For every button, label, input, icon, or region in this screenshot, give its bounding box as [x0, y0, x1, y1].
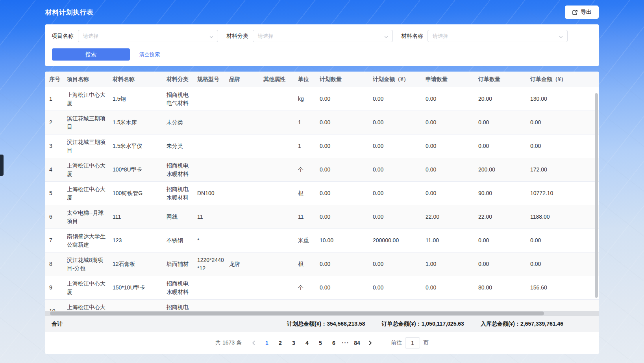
table-cell: 7 [49, 229, 67, 252]
material-category-select[interactable]: 请选择 [253, 30, 393, 42]
table-cell: 招商机电水暖材料 [167, 276, 197, 299]
table-cell: 1188.00 [530, 205, 599, 228]
table-cell: 1.5钢 [113, 87, 167, 111]
page-number-active[interactable]: 1 [261, 337, 272, 348]
summary-items: 计划总金额(¥)：354,568,213.58订单总金额(¥)：1,050,11… [287, 321, 563, 328]
table-cell: 上海松江中心大厦 [67, 158, 113, 181]
horizontal-scrollbar-thumb[interactable] [50, 311, 544, 315]
goto-page-input[interactable] [405, 337, 420, 348]
export-button[interactable]: 导出 [565, 6, 599, 19]
project-name-label: 项目名称 [52, 33, 74, 40]
search-button[interactable]: 搜索 [52, 48, 130, 61]
column-header: 品牌 [229, 72, 263, 87]
table-cell: 0.00 [530, 229, 599, 252]
table-panel: 序号项目名称材料名称材料分类规格型号品牌其他属性单位计划数量计划金额（¥）申请数… [45, 72, 599, 354]
table-body: 1上海松江中心大厦1.5钢招商机电电气材料kg0.000.000.0020.00… [45, 87, 599, 311]
table-cell: 0.00 [373, 87, 426, 111]
table-cell [229, 229, 263, 252]
table-cell: 0.00 [478, 229, 530, 252]
page-number[interactable]: 3 [288, 337, 299, 348]
page-shell: 材料计划执行表 导出 项目名称 请选择 [45, 0, 599, 354]
table-cell: 2 [49, 111, 67, 134]
filter-field-material-name: 材料名称 请选择 [401, 30, 568, 42]
table-cell: 0.00 [530, 252, 599, 276]
page-number[interactable]: 4 [302, 337, 313, 348]
table-cell: 滨江花城三期项目 [67, 111, 113, 134]
table-row[interactable]: 4上海松江中心大厦100*8U型卡招商机电水暖材料个0.000.000.0020… [45, 158, 599, 182]
horizontal-scrollbar-track[interactable] [45, 311, 599, 316]
top-bar: 材料计划执行表 导出 [45, 0, 599, 24]
table-row[interactable]: 10上海松江中心大厦招商机电水暖材料 [45, 300, 599, 311]
table-cell: 0.00 [373, 252, 426, 276]
column-header: 规格型号 [197, 72, 229, 87]
total-count-text: 共 1673 条 [215, 339, 242, 346]
table-cell: 130.00 [530, 87, 599, 111]
table-cell [263, 252, 298, 276]
table-cell [263, 111, 298, 134]
table-cell: 滨江花城三期项目 [67, 135, 113, 158]
table-cell: 不锈钢 [167, 229, 197, 252]
filter-field-project: 项目名称 请选择 [52, 30, 218, 42]
project-name-select[interactable]: 请选择 [78, 30, 218, 42]
export-button-label: 导出 [581, 9, 592, 16]
table-cell [298, 300, 320, 311]
table-cell: 0.00 [373, 182, 426, 205]
material-name-label: 材料名称 [401, 33, 423, 40]
table-cell: 龙牌 [229, 252, 263, 276]
table-row[interactable]: 1上海松江中心大厦1.5钢招商机电电气材料kg0.000.000.0020.00… [45, 87, 599, 111]
table-cell: 0.00 [478, 135, 530, 158]
table-cell: 1 [298, 135, 320, 158]
table-cell: 0.00 [426, 158, 478, 181]
table-cell: 根 [298, 252, 320, 276]
table-cell: 招商机电水暖材料 [167, 158, 197, 181]
goto-suffix-label: 页 [423, 339, 429, 346]
table-cell: 0.00 [320, 87, 373, 111]
table-cell: 上海松江中心大厦 [67, 182, 113, 205]
page-number[interactable]: 2 [275, 337, 286, 348]
table-cell: 0.00 [530, 135, 599, 158]
goto-label: 前往 [391, 339, 402, 346]
table-cell: 11.00 [426, 229, 478, 252]
table-cell [263, 300, 298, 311]
table-cell: 10.00 [320, 229, 373, 252]
table-row[interactable]: 9上海松江中心大厦150*10U型卡招商机电水暖材料个0.000.000.008… [45, 276, 599, 300]
table-cell [263, 276, 298, 299]
filter-field-material-category: 材料分类 请选择 [226, 30, 393, 42]
table-row[interactable]: 6太空电梯--月球项目111网线11110.000.0022.0022.0011… [45, 205, 599, 229]
next-page-button[interactable] [365, 337, 376, 348]
table-cell: 未分类 [167, 135, 197, 158]
sidebar-collapse-handle[interactable] [0, 155, 4, 176]
table-cell [229, 135, 263, 158]
page-number[interactable]: 84 [352, 337, 363, 348]
table-cell: 0.00 [320, 111, 373, 134]
table-cell: 南钢盛达大学生公寓新建 [67, 229, 113, 252]
table-viewport: 序号项目名称材料名称材料分类规格型号品牌其他属性单位计划数量计划金额（¥）申请数… [45, 72, 599, 311]
clear-search-button[interactable]: 清空搜索 [139, 51, 160, 58]
table-cell: 0.00 [426, 182, 478, 205]
column-header: 材料名称 [113, 72, 167, 87]
page-ellipsis[interactable]: ··· [342, 339, 349, 346]
table-cell [229, 205, 263, 228]
table-row[interactable]: 8滨江花城8期项目-分包12石膏板墙面辅材1220*2440*12龙牌根0.00… [45, 252, 599, 276]
page-number[interactable]: 6 [328, 337, 339, 348]
table-cell [263, 158, 298, 181]
page-number[interactable]: 5 [315, 337, 326, 348]
pagination-bar: 共 1673 条 123456···84 前往 页 [45, 332, 599, 354]
table-cell: 招商机电电气材料 [167, 87, 197, 111]
chevron-down-icon [559, 34, 563, 41]
table-row[interactable]: 5上海松江中心大厦100铸铁管G招商机电水暖材料DN100根0.000.000.… [45, 182, 599, 205]
table-cell: 0.00 [530, 111, 599, 134]
table-cell: 80.00 [478, 276, 530, 299]
table-cell: 11 [197, 205, 229, 228]
table-cell [263, 205, 298, 228]
table-row[interactable]: 7南钢盛达大学生公寓新建123不锈钢*米重10.00200000.0011.00… [45, 229, 599, 252]
material-name-select[interactable]: 请选择 [427, 30, 568, 42]
column-header: 申请数量 [426, 72, 478, 87]
select-placeholder: 请选择 [433, 33, 448, 40]
table-cell: 0.00 [320, 182, 373, 205]
prev-page-button[interactable] [248, 337, 259, 348]
vertical-scrollbar[interactable] [595, 93, 598, 298]
table-row[interactable]: 2滨江花城三期项目1.5米木床未分类10.000.000.000.000.00 [45, 111, 599, 135]
chevron-down-icon [384, 34, 389, 41]
table-row[interactable]: 3滨江花城三期项目1.5米水平仪未分类10.000.000.000.000.00 [45, 135, 599, 158]
